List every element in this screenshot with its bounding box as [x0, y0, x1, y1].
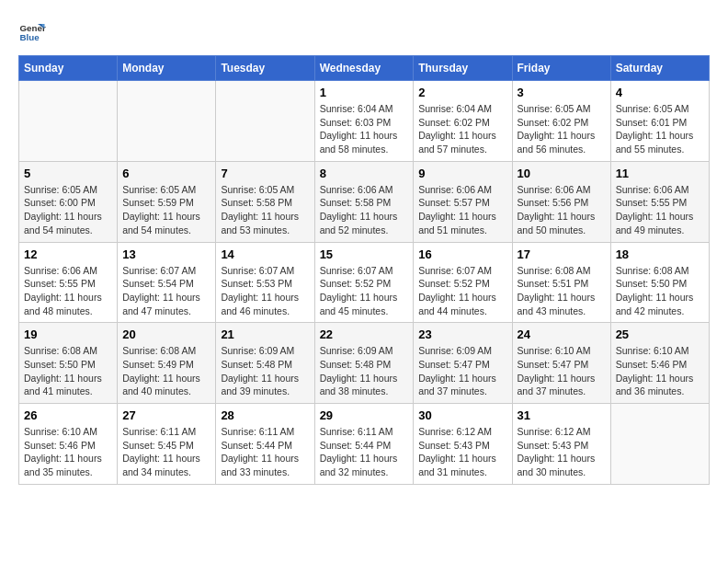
day-cell: 5Sunrise: 6:05 AM Sunset: 6:00 PM Daylig…	[19, 161, 118, 242]
day-cell: 10Sunrise: 6:06 AM Sunset: 5:56 PM Dayli…	[512, 161, 610, 242]
day-info: Sunrise: 6:05 AM Sunset: 6:02 PM Dayligh…	[518, 102, 606, 156]
day-number: 16	[418, 247, 506, 261]
day-info: Sunrise: 6:05 AM Sunset: 6:00 PM Dayligh…	[24, 183, 112, 237]
header-cell-thursday: Thursday	[414, 56, 512, 81]
week-row-2: 5Sunrise: 6:05 AM Sunset: 6:00 PM Daylig…	[19, 161, 710, 242]
day-cell: 1Sunrise: 6:04 AM Sunset: 6:03 PM Daylig…	[314, 81, 414, 162]
day-number: 5	[24, 167, 112, 180]
header-cell-sunday: Sunday	[19, 56, 118, 81]
day-info: Sunrise: 6:06 AM Sunset: 5:55 PM Dayligh…	[24, 264, 112, 318]
day-cell: 24Sunrise: 6:10 AM Sunset: 5:47 PM Dayli…	[512, 323, 610, 404]
day-info: Sunrise: 6:10 AM Sunset: 5:47 PM Dayligh…	[518, 344, 606, 398]
day-number: 25	[616, 327, 704, 341]
day-info: Sunrise: 6:09 AM Sunset: 5:48 PM Dayligh…	[320, 344, 409, 398]
logo-icon: General Blue	[18, 18, 46, 46]
week-row-1: 1Sunrise: 6:04 AM Sunset: 6:03 PM Daylig…	[19, 81, 710, 162]
day-number: 18	[616, 247, 704, 261]
day-info: Sunrise: 6:07 AM Sunset: 5:52 PM Dayligh…	[320, 264, 409, 318]
day-cell: 15Sunrise: 6:07 AM Sunset: 5:52 PM Dayli…	[314, 242, 414, 323]
day-info: Sunrise: 6:04 AM Sunset: 6:02 PM Dayligh…	[418, 102, 506, 156]
day-number: 20	[122, 327, 210, 341]
day-info: Sunrise: 6:10 AM Sunset: 5:46 PM Dayligh…	[24, 425, 112, 479]
day-number: 27	[122, 408, 210, 422]
day-number: 3	[518, 86, 606, 99]
day-info: Sunrise: 6:07 AM Sunset: 5:52 PM Dayligh…	[418, 264, 506, 318]
calendar-table: SundayMondayTuesdayWednesdayThursdayFrid…	[18, 55, 710, 485]
day-cell: 29Sunrise: 6:11 AM Sunset: 5:44 PM Dayli…	[314, 404, 414, 485]
day-cell: 8Sunrise: 6:06 AM Sunset: 5:58 PM Daylig…	[314, 161, 414, 242]
day-cell: 27Sunrise: 6:11 AM Sunset: 5:45 PM Dayli…	[118, 404, 216, 485]
header-cell-friday: Friday	[512, 56, 610, 81]
day-info: Sunrise: 6:11 AM Sunset: 5:44 PM Dayligh…	[320, 425, 409, 479]
day-info: Sunrise: 6:12 AM Sunset: 5:43 PM Dayligh…	[418, 425, 506, 479]
day-cell: 31Sunrise: 6:12 AM Sunset: 5:43 PM Dayli…	[512, 404, 610, 485]
page-header: General Blue	[18, 18, 710, 46]
svg-text:Blue: Blue	[20, 32, 40, 42]
day-number: 15	[320, 247, 409, 261]
day-cell: 13Sunrise: 6:07 AM Sunset: 5:54 PM Dayli…	[118, 242, 216, 323]
day-info: Sunrise: 6:08 AM Sunset: 5:49 PM Dayligh…	[122, 344, 210, 398]
day-number: 29	[320, 408, 409, 422]
day-cell: 26Sunrise: 6:10 AM Sunset: 5:46 PM Dayli…	[19, 404, 118, 485]
day-number: 14	[221, 247, 309, 261]
day-cell: 22Sunrise: 6:09 AM Sunset: 5:48 PM Dayli…	[314, 323, 414, 404]
day-number: 17	[518, 247, 606, 261]
day-number: 13	[122, 247, 210, 261]
day-number: 30	[418, 408, 506, 422]
day-info: Sunrise: 6:06 AM Sunset: 5:55 PM Dayligh…	[616, 183, 704, 237]
day-cell: 14Sunrise: 6:07 AM Sunset: 5:53 PM Dayli…	[216, 242, 314, 323]
day-cell: 21Sunrise: 6:09 AM Sunset: 5:48 PM Dayli…	[216, 323, 314, 404]
day-cell	[216, 81, 314, 162]
day-number: 12	[24, 247, 112, 261]
week-row-5: 26Sunrise: 6:10 AM Sunset: 5:46 PM Dayli…	[19, 404, 710, 485]
header-cell-wednesday: Wednesday	[314, 56, 414, 81]
day-number: 24	[518, 327, 606, 341]
logo: General Blue	[18, 18, 46, 46]
day-number: 22	[320, 327, 409, 341]
day-info: Sunrise: 6:09 AM Sunset: 5:47 PM Dayligh…	[418, 344, 506, 398]
day-info: Sunrise: 6:06 AM Sunset: 5:58 PM Dayligh…	[320, 183, 409, 237]
day-cell: 16Sunrise: 6:07 AM Sunset: 5:52 PM Dayli…	[414, 242, 512, 323]
day-number: 6	[122, 167, 210, 180]
day-info: Sunrise: 6:06 AM Sunset: 5:56 PM Dayligh…	[518, 183, 606, 237]
header-cell-saturday: Saturday	[610, 56, 709, 81]
day-cell: 25Sunrise: 6:10 AM Sunset: 5:46 PM Dayli…	[610, 323, 709, 404]
day-cell	[19, 81, 118, 162]
day-info: Sunrise: 6:11 AM Sunset: 5:45 PM Dayligh…	[122, 425, 210, 479]
day-cell: 9Sunrise: 6:06 AM Sunset: 5:57 PM Daylig…	[414, 161, 512, 242]
day-number: 11	[616, 167, 704, 180]
day-info: Sunrise: 6:10 AM Sunset: 5:46 PM Dayligh…	[616, 344, 704, 398]
day-info: Sunrise: 6:08 AM Sunset: 5:50 PM Dayligh…	[616, 264, 704, 318]
day-number: 1	[320, 86, 409, 99]
day-cell	[118, 81, 216, 162]
day-info: Sunrise: 6:12 AM Sunset: 5:43 PM Dayligh…	[518, 425, 606, 479]
day-info: Sunrise: 6:07 AM Sunset: 5:54 PM Dayligh…	[122, 264, 210, 318]
day-info: Sunrise: 6:05 AM Sunset: 5:59 PM Dayligh…	[122, 183, 210, 237]
day-cell: 18Sunrise: 6:08 AM Sunset: 5:50 PM Dayli…	[610, 242, 709, 323]
day-number: 7	[221, 167, 309, 180]
day-cell: 19Sunrise: 6:08 AM Sunset: 5:50 PM Dayli…	[19, 323, 118, 404]
header-row: SundayMondayTuesdayWednesdayThursdayFrid…	[19, 56, 710, 81]
day-number: 4	[616, 86, 704, 99]
day-number: 23	[418, 327, 506, 341]
day-info: Sunrise: 6:09 AM Sunset: 5:48 PM Dayligh…	[221, 344, 309, 398]
day-cell	[610, 404, 709, 485]
day-info: Sunrise: 6:05 AM Sunset: 6:01 PM Dayligh…	[616, 102, 704, 156]
day-number: 28	[221, 408, 309, 422]
day-cell: 23Sunrise: 6:09 AM Sunset: 5:47 PM Dayli…	[414, 323, 512, 404]
day-cell: 20Sunrise: 6:08 AM Sunset: 5:49 PM Dayli…	[118, 323, 216, 404]
day-cell: 30Sunrise: 6:12 AM Sunset: 5:43 PM Dayli…	[414, 404, 512, 485]
day-info: Sunrise: 6:08 AM Sunset: 5:50 PM Dayligh…	[24, 344, 112, 398]
day-cell: 4Sunrise: 6:05 AM Sunset: 6:01 PM Daylig…	[610, 81, 709, 162]
day-info: Sunrise: 6:05 AM Sunset: 5:58 PM Dayligh…	[221, 183, 309, 237]
day-number: 9	[418, 167, 506, 180]
week-row-4: 19Sunrise: 6:08 AM Sunset: 5:50 PM Dayli…	[19, 323, 710, 404]
day-number: 21	[221, 327, 309, 341]
day-number: 10	[518, 167, 606, 180]
day-cell: 7Sunrise: 6:05 AM Sunset: 5:58 PM Daylig…	[216, 161, 314, 242]
day-cell: 17Sunrise: 6:08 AM Sunset: 5:51 PM Dayli…	[512, 242, 610, 323]
day-info: Sunrise: 6:06 AM Sunset: 5:57 PM Dayligh…	[418, 183, 506, 237]
day-info: Sunrise: 6:07 AM Sunset: 5:53 PM Dayligh…	[221, 264, 309, 318]
day-number: 31	[518, 408, 606, 422]
day-cell: 11Sunrise: 6:06 AM Sunset: 5:55 PM Dayli…	[610, 161, 709, 242]
